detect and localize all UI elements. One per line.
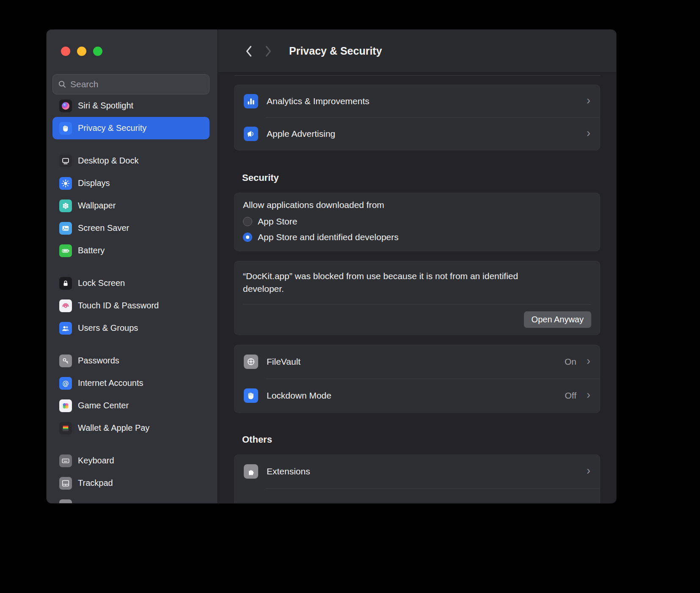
game-center-icon [59, 399, 72, 412]
sidebar-item-label: Displays [78, 178, 110, 188]
sidebar-item-label: Users & Groups [78, 323, 138, 333]
window-controls [61, 47, 102, 56]
battery-icon [59, 244, 72, 257]
blocked-app-message: “DocKit.app” was blocked from use becaus… [243, 270, 539, 296]
page-title: Privacy & Security [289, 45, 382, 57]
sidebar-item-wallpaper[interactable]: Wallpaper [52, 194, 209, 217]
back-button[interactable] [239, 42, 259, 61]
printer-icon [59, 499, 72, 504]
brightness-icon [59, 177, 72, 190]
sidebar-item-displays[interactable]: Displays [52, 172, 209, 194]
extensions-row[interactable]: Extensions › [234, 455, 600, 488]
keyboard-icon [59, 454, 72, 467]
screensaver-icon [59, 222, 72, 235]
key-icon [59, 355, 72, 367]
close-button[interactable] [61, 47, 70, 56]
sidebar-item-lock-screen[interactable]: Lock Screen [52, 272, 209, 294]
puzzle-icon [244, 464, 258, 479]
settings-scroll-area: Analytics & Improvements › Apple Adverti… [218, 73, 616, 503]
sidebar: Siri & Spotlight Privacy & Security Desk… [47, 30, 218, 503]
sidebar-item-label: Privacy & Security [78, 123, 146, 133]
chevron-right-icon: › [587, 95, 590, 106]
radio-on-icon[interactable] [243, 233, 252, 242]
security-section-heading: Security [242, 172, 600, 183]
siri-icon [59, 100, 72, 112]
fingerprint-icon [59, 299, 72, 312]
forward-button[interactable] [259, 42, 278, 61]
padlock-icon [59, 277, 72, 290]
desktop-dock-icon [59, 155, 72, 167]
sidebar-item-keyboard[interactable]: Keyboard [52, 449, 209, 472]
row-label: Apple Advertising [267, 129, 578, 139]
radio-option-app-store[interactable]: App Store [243, 213, 591, 229]
sidebar-item-trackpad[interactable]: Trackpad [52, 472, 209, 494]
search-input[interactable] [70, 79, 204, 89]
sidebar-item-screen-saver[interactable]: Screen Saver [52, 217, 209, 239]
chevron-right-icon: › [587, 389, 590, 401]
sidebar-item-wallet[interactable]: Wallet & Apple Pay [52, 417, 209, 439]
minimize-button[interactable] [77, 47, 86, 56]
sidebar-item-desktop-dock[interactable]: Desktop & Dock [52, 150, 209, 172]
row-divider [266, 488, 600, 489]
toolbar: Privacy & Security [218, 30, 616, 73]
search-icon [58, 80, 66, 89]
filevault-row[interactable]: FileVault On › [234, 345, 600, 379]
row-label: Lockdown Mode [267, 391, 556, 401]
flower-icon [59, 200, 72, 212]
chevron-right-icon [267, 47, 270, 56]
search-field[interactable] [52, 74, 209, 94]
sidebar-item-touch-id[interactable]: Touch ID & Password [52, 294, 209, 317]
sidebar-item-label: Lock Screen [78, 278, 125, 288]
radio-option-identified-developers[interactable]: App Store and identified developers [243, 229, 591, 245]
sidebar-item-passwords[interactable]: Passwords [52, 349, 209, 372]
filevault-status: On [565, 357, 576, 367]
zoom-button[interactable] [93, 47, 102, 56]
sidebar-item-label: Keyboard [78, 456, 114, 466]
row-label: Analytics & Improvements [267, 96, 578, 106]
open-anyway-button[interactable]: Open Anyway [524, 311, 591, 328]
analytics-advertising-card: Analytics & Improvements › Apple Adverti… [234, 85, 600, 150]
sidebar-item-siri-spotlight[interactable]: Siri & Spotlight [52, 94, 209, 117]
sidebar-list: Siri & Spotlight Privacy & Security Desk… [52, 94, 209, 503]
megaphone-icon [244, 127, 258, 141]
chevron-right-icon: › [587, 127, 590, 139]
allow-applications-card: Allow applications downloaded from App S… [234, 193, 600, 251]
blocked-app-card: “DocKit.app” was blocked from use becaus… [234, 261, 600, 335]
system-settings-window: Siri & Spotlight Privacy & Security Desk… [47, 30, 616, 503]
sidebar-item-game-center[interactable]: Game Center [52, 394, 209, 417]
filevault-icon [244, 355, 258, 369]
sidebar-item-label: Game Center [78, 401, 129, 410]
radio-label: App Store [258, 216, 297, 227]
sidebar-item-label: Internet Accounts [78, 378, 143, 388]
lockdown-status: Off [565, 391, 576, 401]
sidebar-item-privacy-security[interactable]: Privacy & Security [52, 117, 209, 139]
sidebar-item-label: Siri & Spotlight [78, 101, 133, 111]
others-section-heading: Others [242, 434, 600, 445]
sidebar-item-label: Wallpaper [78, 201, 116, 211]
lockdown-hand-icon [244, 388, 258, 403]
row-label: FileVault [267, 357, 556, 367]
sidebar-item-label: Wallet & Apple Pay [78, 423, 149, 433]
chevron-right-icon: › [587, 355, 590, 367]
radio-off-icon[interactable] [243, 217, 252, 226]
chevron-left-icon [247, 47, 251, 56]
card-divider [243, 304, 591, 305]
sidebar-item-label: Passwords [78, 356, 119, 366]
lockdown-mode-row[interactable]: Lockdown Mode Off › [234, 379, 600, 413]
row-label: Extensions [267, 466, 578, 477]
sidebar-item-label: Battery [78, 246, 105, 255]
allow-applications-label: Allow applications downloaded from [243, 200, 591, 210]
bar-chart-icon [244, 94, 258, 108]
chevron-right-icon: › [587, 465, 590, 477]
sidebar-item-label: Desktop & Dock [78, 156, 138, 166]
scrolled-card-edge [234, 75, 600, 76]
apple-advertising-row[interactable]: Apple Advertising › [234, 118, 600, 150]
sidebar-item-internet-accounts[interactable]: @ Internet Accounts [52, 372, 209, 394]
radio-label: App Store and identified developers [258, 232, 399, 242]
svg-text:@: @ [63, 380, 69, 387]
sidebar-item-battery[interactable]: Battery [52, 239, 209, 262]
analytics-row[interactable]: Analytics & Improvements › [234, 85, 600, 117]
sidebar-item-partial[interactable] [52, 494, 209, 503]
sidebar-item-users-groups[interactable]: Users & Groups [52, 317, 209, 339]
users-icon [59, 322, 72, 335]
